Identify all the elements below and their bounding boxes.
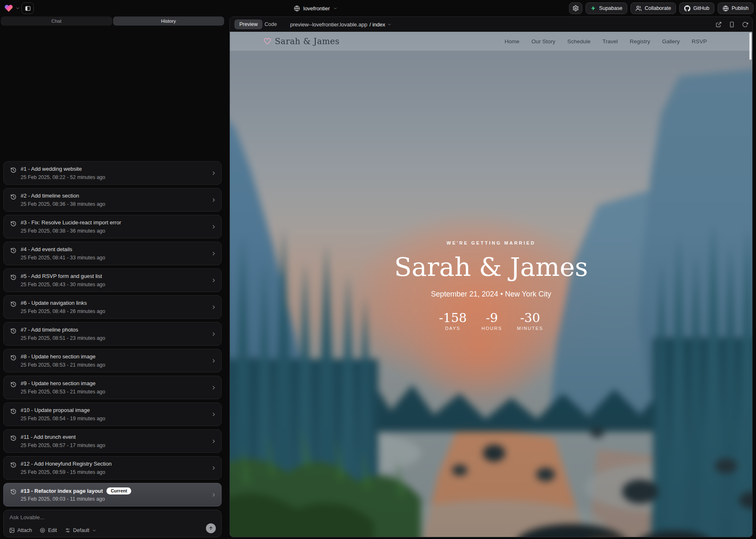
countdown-days-value: -158 (439, 312, 467, 324)
collaborate-button[interactable]: Collaborate (631, 2, 676, 14)
history-icon (10, 355, 17, 361)
history-icon (10, 247, 17, 254)
chevron-right-icon (211, 251, 217, 257)
nav-link-travel[interactable]: Travel (602, 38, 618, 45)
history-icon (10, 435, 17, 441)
history-icon (10, 194, 17, 200)
hero-eyebrow: WE'RE GETTING MARRIED (230, 240, 752, 245)
history-item-13-current[interactable]: #13 - Refactor index page layout Current… (3, 483, 222, 506)
tab-preview[interactable]: Preview (234, 19, 262, 29)
nav-link-registry[interactable]: Registry (630, 38, 650, 45)
iframe-scrollbar-thumb[interactable] (749, 33, 751, 60)
countdown-minutes-value: -30 (517, 312, 543, 324)
tab-chat[interactable]: Chat (1, 16, 112, 26)
current-badge: Current (106, 487, 131, 494)
history-item-9[interactable]: #9 - Update hero section image 25 Feb 20… (3, 376, 222, 399)
history-icon (10, 489, 17, 495)
attach-label: Attach (17, 527, 32, 533)
topbar-actions: Supabase Collaborate GitHub Publish (569, 2, 754, 14)
tab-chat-label: Chat (52, 19, 61, 24)
history-item-time: 25 Feb 2025, 08:41 - 33 minutes ago (21, 255, 105, 261)
heart-outline-icon (264, 38, 271, 45)
history-item-7[interactable]: #7 - Add timeline photos 25 Feb 2025, 08… (3, 322, 222, 346)
history-icon (10, 381, 17, 388)
history-icon (10, 221, 17, 227)
nav-link-home[interactable]: Home (505, 38, 520, 45)
chevron-down-icon (387, 22, 392, 27)
nav-link-gallery[interactable]: Gallery (662, 38, 680, 45)
chevron-right-icon (211, 492, 217, 498)
history-item-5[interactable]: #5 - Add RSVP form and guest list 25 Feb… (3, 268, 222, 292)
history-item-time: 25 Feb 2025, 08:36 - 38 minutes ago (21, 201, 105, 207)
history-item-6[interactable]: #6 - Update navigation links 25 Feb 2025… (3, 295, 222, 319)
history-item-title: #7 - Add timeline photos (21, 327, 78, 333)
history-item-title: #6 - Update navigation links (21, 300, 87, 306)
history-item-10[interactable]: #10 - Update proposal image 25 Feb 2025,… (3, 402, 222, 426)
collaborate-label: Collaborate (645, 5, 671, 11)
lovable-heart-icon (4, 4, 13, 13)
target-icon (40, 527, 45, 533)
gear-icon (572, 5, 579, 12)
edit-button[interactable]: Edit (40, 527, 57, 533)
site-nav: Home Our Story Schedule Travel Registry … (505, 38, 707, 45)
sliders-icon (65, 527, 71, 533)
history-item-title: #8 - Update hero section image (21, 353, 95, 360)
history-item-time: 25 Feb 2025, 08:38 - 36 minutes ago (21, 228, 105, 234)
publish-button[interactable]: Publish (718, 2, 754, 14)
preview-url-selector[interactable]: preview--lovefrontier.lovable.app / inde… (290, 19, 392, 29)
ask-lovable-input[interactable] (9, 514, 183, 520)
chevron-down-icon (333, 6, 338, 11)
chevron-right-icon (211, 304, 217, 310)
refresh-icon[interactable] (742, 21, 748, 28)
history-item-12[interactable]: #12 - Add Honeyfund Registry Section 25 … (3, 456, 222, 480)
website-hero: Sarah & James Home Our Story Schedule Tr… (230, 32, 752, 537)
edit-label: Edit (48, 527, 57, 533)
history-item-1[interactable]: #1 - Add wedding website 25 Feb 2025, 08… (3, 161, 222, 185)
countdown-days-label: DAYS (439, 326, 467, 331)
tab-code[interactable]: Code (265, 19, 277, 29)
lovable-logo-menu[interactable] (4, 0, 20, 16)
history-icon (10, 462, 17, 468)
hero-date-location: September 21, 2024 • New York City (230, 290, 752, 299)
site-logo[interactable]: Sarah & James (264, 36, 340, 46)
send-button[interactable] (206, 523, 216, 533)
history-item-time: 25 Feb 2025, 08:53 - 21 minutes ago (21, 362, 105, 368)
chevron-right-icon (211, 465, 217, 471)
nav-link-our-story[interactable]: Our Story (532, 38, 555, 45)
tab-code-label: Code (265, 21, 277, 27)
history-icon (10, 167, 17, 173)
history-item-title: #2 - Add timeline section (21, 193, 79, 199)
nav-link-schedule[interactable]: Schedule (567, 38, 591, 45)
countdown-minutes: -30 MINUTES (517, 312, 543, 331)
preview-panel: Preview Code preview--lovefrontier.lovab… (229, 16, 753, 537)
supabase-button[interactable]: Supabase (586, 2, 627, 14)
chevron-right-icon (211, 385, 217, 391)
history-item-title: #4 - Add event details (21, 246, 72, 252)
tab-history[interactable]: History (113, 16, 224, 26)
publish-label: Publish (732, 5, 749, 11)
globe-icon (294, 5, 300, 12)
history-item-11[interactable]: #11 - Add brunch event 25 Feb 2025, 08:5… (3, 429, 222, 453)
history-item-title: #3 - Fix: Resolve Lucide-react import er… (21, 219, 121, 226)
history-item-time: 25 Feb 2025, 08:53 - 21 minutes ago (21, 389, 105, 395)
history-item-8[interactable]: #8 - Update hero section image 25 Feb 20… (3, 349, 222, 372)
history-item-2[interactable]: #2 - Add timeline section 25 Feb 2025, 0… (3, 188, 222, 212)
smartphone-icon[interactable] (729, 21, 735, 28)
history-item-4[interactable]: #4 - Add event details 25 Feb 2025, 08:4… (3, 242, 222, 265)
settings-button[interactable] (569, 2, 582, 14)
users-icon (636, 5, 642, 12)
history-item-3[interactable]: #3 - Fix: Resolve Lucide-react import er… (3, 215, 222, 238)
chevron-right-icon (211, 224, 217, 230)
project-selector[interactable]: lovefrontier (294, 0, 338, 16)
supabase-label: Supabase (599, 5, 622, 11)
panel-left-icon (25, 5, 31, 12)
attach-button[interactable]: Attach (9, 527, 32, 533)
history-item-title: #10 - Update proposal image (21, 407, 90, 413)
mode-select[interactable]: Default (65, 527, 97, 533)
external-link-icon[interactable] (716, 21, 722, 28)
history-icon (10, 274, 17, 280)
nav-link-rsvp[interactable]: RSVP (692, 38, 707, 45)
sidebar-toggle-button[interactable] (21, 2, 34, 14)
sidebar: Chat History #1 - Add wedding website 25… (0, 16, 225, 539)
github-button[interactable]: GitHub (679, 2, 714, 14)
